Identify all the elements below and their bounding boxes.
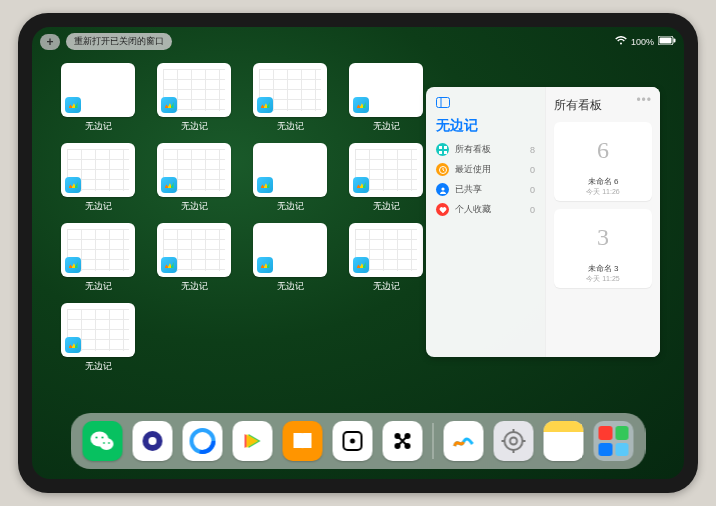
freeform-app-icon <box>353 177 369 193</box>
app-window-label: 无边记 <box>277 120 304 133</box>
app-library-folder[interactable] <box>594 421 634 461</box>
dock-app-wechat[interactable] <box>83 421 123 461</box>
window-thumbnail <box>349 223 423 277</box>
app-window-card[interactable]: 无边记 <box>60 303 136 373</box>
sidebar-toggle-icon[interactable] <box>436 97 535 111</box>
app-window-label: 无边记 <box>373 280 400 293</box>
app-window-label: 无边记 <box>85 120 112 133</box>
more-icon[interactable]: ••• <box>636 93 652 107</box>
ipad-frame: + 重新打开已关闭的窗口 100% 无边记无边记无边记无边记无边记无边记无边记无… <box>18 13 698 493</box>
app-window-card[interactable]: 无边记 <box>252 223 328 293</box>
clock-icon <box>436 163 449 176</box>
panel-item[interactable]: 已共享0 <box>436 183 535 196</box>
svg-point-13 <box>95 436 97 438</box>
window-thumbnail <box>349 143 423 197</box>
board-preview: 3 <box>568 213 638 261</box>
svg-point-16 <box>108 442 110 444</box>
app-window-label: 无边记 <box>85 200 112 213</box>
svg-point-27 <box>505 432 523 450</box>
battery-text: 100% <box>631 37 654 47</box>
heart-icon <box>436 203 449 216</box>
app-window-card[interactable]: 无边记 <box>60 63 136 133</box>
panel-item-count: 0 <box>530 165 535 175</box>
panel-item-label: 所有看板 <box>455 143 491 156</box>
top-bar: + 重新打开已关闭的窗口 100% <box>40 33 676 50</box>
board-name: 未命名 6 <box>588 176 619 187</box>
dock-app-settings[interactable] <box>494 421 534 461</box>
app-window-label: 无边记 <box>85 360 112 373</box>
app-window-label: 无边记 <box>181 280 208 293</box>
panel-item[interactable]: 最近使用0 <box>436 163 535 176</box>
dock-app-books[interactable] <box>283 421 323 461</box>
svg-point-14 <box>101 436 103 438</box>
dock-app-dice[interactable] <box>333 421 373 461</box>
reopen-closed-window-chip[interactable]: 重新打开已关闭的窗口 <box>66 33 172 50</box>
window-thumbnail <box>157 143 231 197</box>
svg-rect-6 <box>444 146 447 149</box>
app-window-card[interactable]: 无边记 <box>156 63 232 133</box>
app-window-label: 无边记 <box>277 280 304 293</box>
dock-app-connect[interactable] <box>383 421 423 461</box>
freeform-app-icon <box>161 257 177 273</box>
freeform-app-icon <box>353 257 369 273</box>
app-window-card[interactable]: 无边记 <box>348 223 424 293</box>
panel-item-label: 个人收藏 <box>455 203 491 216</box>
app-window-label: 无边记 <box>373 120 400 133</box>
app-window-card[interactable]: 无边记 <box>252 143 328 213</box>
window-thumbnail <box>253 223 327 277</box>
window-thumbnail <box>349 63 423 117</box>
freeform-app-icon <box>257 177 273 193</box>
panel-sidebar: 无边记 所有看板8最近使用0已共享0个人收藏0 <box>426 87 546 357</box>
app-window-card[interactable]: 无边记 <box>60 143 136 213</box>
freeform-app-icon <box>65 97 81 113</box>
svg-point-18 <box>149 437 157 445</box>
svg-rect-7 <box>439 151 442 154</box>
window-thumbnail <box>61 303 135 357</box>
app-window-card[interactable]: 无边记 <box>348 63 424 133</box>
new-window-button[interactable]: + <box>40 34 60 50</box>
svg-rect-5 <box>439 146 442 149</box>
svg-rect-1 <box>660 38 672 44</box>
board-card[interactable]: 3未命名 3今天 11:25 <box>554 209 652 288</box>
svg-point-15 <box>103 442 105 444</box>
svg-point-22 <box>350 439 355 444</box>
dock-app-freeform[interactable] <box>444 421 484 461</box>
app-window-label: 无边记 <box>181 200 208 213</box>
dock-app-qq-browser[interactable] <box>183 421 223 461</box>
grid-icon <box>436 143 449 156</box>
app-window-label: 无边记 <box>85 280 112 293</box>
svg-point-10 <box>441 187 444 190</box>
window-thumbnail <box>61 63 135 117</box>
dock-app-quark[interactable] <box>133 421 173 461</box>
svg-rect-2 <box>674 39 676 43</box>
app-window-card[interactable]: 无边记 <box>252 63 328 133</box>
svg-rect-8 <box>444 151 447 154</box>
app-window-card[interactable]: 无边记 <box>60 223 136 293</box>
app-window-label: 无边记 <box>373 200 400 213</box>
freeform-panel: ••• 无边记 所有看板8最近使用0已共享0个人收藏0 所有看板 6未命名 6今… <box>426 87 660 357</box>
app-window-card[interactable]: 无边记 <box>156 143 232 213</box>
app-window-card[interactable]: 无边记 <box>348 143 424 213</box>
people-icon <box>436 183 449 196</box>
window-thumbnail <box>253 143 327 197</box>
panel-item-count: 8 <box>530 145 535 155</box>
panel-item[interactable]: 所有看板8 <box>436 143 535 156</box>
dock-separator <box>433 423 434 459</box>
window-thumbnail <box>253 63 327 117</box>
freeform-app-icon <box>353 97 369 113</box>
app-switcher-grid: 无边记无边记无边记无边记无边记无边记无边记无边记无边记无边记无边记无边记无边记 <box>60 63 420 373</box>
battery-icon <box>658 36 676 47</box>
freeform-app-icon <box>257 97 273 113</box>
freeform-app-icon <box>257 257 273 273</box>
board-preview: 6 <box>568 126 638 174</box>
freeform-app-icon <box>161 177 177 193</box>
panel-item-label: 最近使用 <box>455 163 491 176</box>
board-card[interactable]: 6未命名 6今天 11:26 <box>554 122 652 201</box>
panel-item-label: 已共享 <box>455 183 482 196</box>
dock-app-notes[interactable] <box>544 421 584 461</box>
panel-item[interactable]: 个人收藏0 <box>436 203 535 216</box>
app-window-card[interactable]: 无边记 <box>156 223 232 293</box>
dock-app-video[interactable] <box>233 421 273 461</box>
svg-rect-3 <box>437 98 450 108</box>
svg-point-12 <box>100 438 114 450</box>
